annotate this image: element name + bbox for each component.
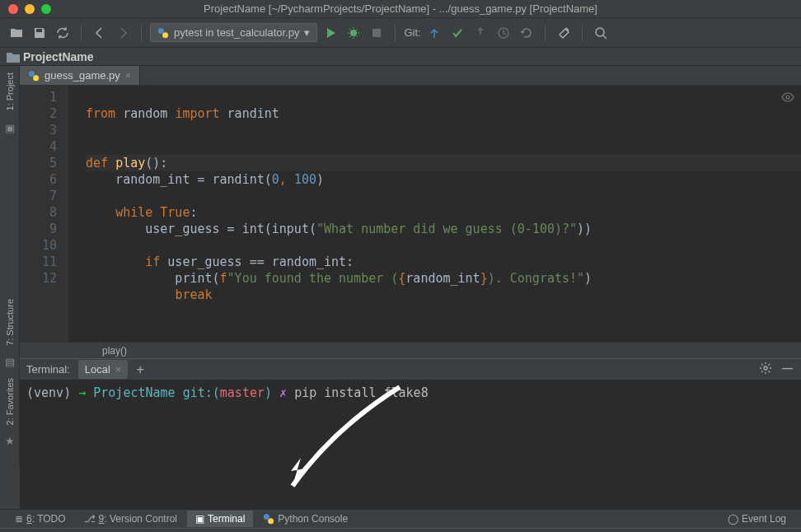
back-icon[interactable]: [90, 23, 110, 43]
run-icon[interactable]: [321, 23, 340, 43]
code-editor[interactable]: from random import randint def play(): r…: [68, 86, 801, 342]
close-tab-icon[interactable]: ×: [125, 70, 131, 82]
structure-icon: ▤: [5, 356, 15, 368]
sidebar-tab-structure[interactable]: 7: Structure: [3, 292, 16, 352]
save-icon[interactable]: [30, 23, 49, 43]
tool-tab-event-log[interactable]: ◯ Event Log: [719, 511, 794, 527]
branch-icon: ⎇: [84, 513, 96, 525]
zoom-window-button[interactable]: [41, 4, 51, 14]
line-number-gutter: 123 456 789 101112: [20, 86, 68, 342]
tool-tab-todo[interactable]: ≣ 6: TODO: [7, 511, 74, 527]
svg-point-7: [33, 75, 39, 81]
search-icon[interactable]: [591, 23, 611, 43]
tool-tab-version-control[interactable]: ⎇ 9: Version Control: [76, 511, 185, 527]
editor-breadcrumb[interactable]: play(): [20, 342, 801, 358]
main-toolbar: pytest in test_calculator.py ▾ Git:: [0, 18, 801, 48]
file-tab-label: guess_game.py: [44, 69, 120, 82]
run-configuration-selector[interactable]: pytest in test_calculator.py ▾: [150, 23, 317, 42]
sidebar-tab-favorites[interactable]: 2: Favorites: [3, 371, 16, 432]
commit-icon[interactable]: [447, 23, 467, 43]
history-icon[interactable]: [494, 23, 513, 43]
terminal-settings-icon[interactable]: [759, 362, 772, 377]
debug-icon[interactable]: [344, 23, 363, 43]
stop-icon[interactable]: [367, 23, 386, 43]
settings-icon[interactable]: [554, 23, 574, 43]
chevron-down-icon: ▾: [304, 26, 310, 39]
svg-point-6: [29, 70, 35, 76]
svg-point-9: [764, 366, 767, 370]
terminal-tab-local[interactable]: Local ×: [78, 360, 129, 379]
file-tab-guess-game[interactable]: guess_game.py ×: [20, 66, 140, 85]
update-project-icon[interactable]: [424, 23, 444, 43]
push-icon[interactable]: [471, 23, 490, 43]
terminal-output[interactable]: (venv) → ProjectName git:(master) ✗ pip …: [20, 380, 801, 509]
inspection-eye-icon[interactable]: [781, 91, 794, 108]
refresh-icon[interactable]: [53, 23, 73, 43]
minimize-window-button[interactable]: [25, 4, 35, 14]
svg-point-8: [786, 96, 789, 99]
svg-point-10: [264, 514, 269, 520]
open-icon[interactable]: [7, 23, 26, 43]
breadcrumb-project[interactable]: ProjectName: [23, 50, 94, 63]
svg-point-2: [350, 30, 357, 36]
run-config-label: pytest in test_calculator.py: [174, 26, 299, 39]
forward-icon[interactable]: [113, 23, 133, 43]
tool-tab-terminal[interactable]: ▣ Terminal: [187, 511, 253, 527]
close-terminal-tab-icon[interactable]: ×: [115, 363, 122, 376]
window-title: ProjectName [~/PycharmProjects/ProjectNa…: [0, 2, 801, 15]
todo-icon: ≣: [15, 513, 23, 525]
revert-icon[interactable]: [517, 23, 536, 43]
svg-rect-3: [372, 29, 381, 37]
star-icon: ★: [5, 435, 15, 447]
terminal-icon: ▣: [195, 513, 204, 525]
svg-point-0: [158, 27, 164, 33]
svg-point-11: [268, 518, 274, 524]
folder-icon[interactable]: ▣: [5, 122, 15, 134]
add-terminal-tab-icon[interactable]: +: [136, 362, 143, 377]
breadcrumb: ProjectName: [0, 48, 801, 66]
close-window-button[interactable]: [8, 4, 18, 14]
sidebar-tab-project[interactable]: 1: Project: [3, 66, 16, 117]
svg-point-5: [596, 28, 604, 36]
hide-terminal-icon[interactable]: —: [782, 362, 793, 377]
event-log-icon: ◯: [728, 513, 738, 525]
git-label: Git:: [404, 26, 420, 39]
tool-tab-python-console[interactable]: Python Console: [255, 511, 356, 527]
terminal-title: Terminal:: [26, 363, 70, 376]
svg-point-1: [162, 32, 168, 38]
